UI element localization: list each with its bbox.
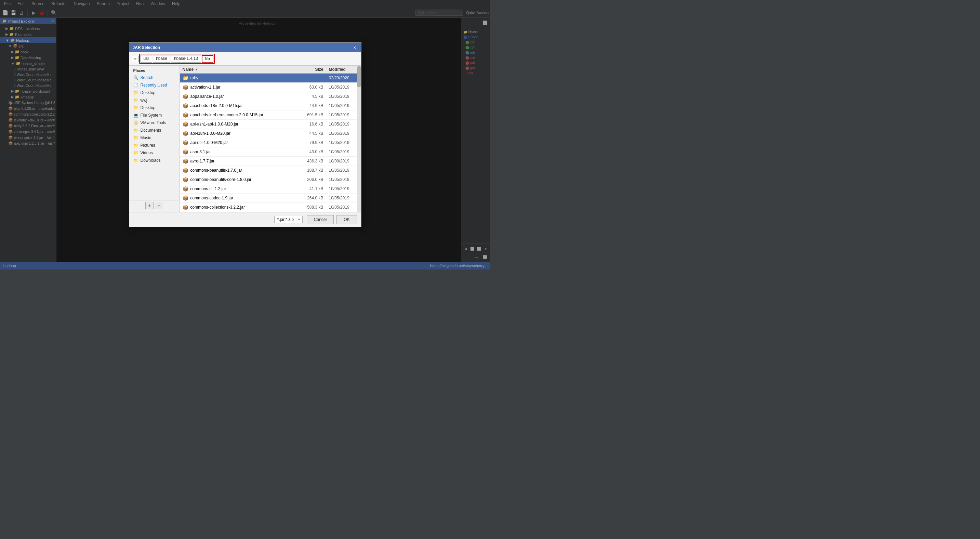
jar-icon: 📦 [183,168,188,173]
files-scrollbar[interactable] [357,66,361,212]
scroll-thumb[interactable] [357,66,361,87]
file-row-commons-codec[interactable]: 📦 commons-codec-1.9.jar 264.0 kB 10/05/2… [180,194,357,203]
folder-icon: 📁 [134,158,138,163]
file-size: 691.5 kB [299,112,326,118]
jar-icon: 📦 [183,149,188,154]
name-column-header[interactable]: Name ▼ [180,66,299,73]
file-size: 79.9 kB [299,140,326,146]
file-name: apacheds-i18n-2.0.0-M15.jar [191,103,243,108]
place-documents[interactable]: 📁 Documents [129,127,180,134]
file-row-aopalliance[interactable]: 📦 aopalliance-1.0.jar 4.5 kB 10/05/2019 [180,92,357,101]
file-row-avro[interactable]: 📦 avro-1.7.7.jar 436.3 kB 10/09/2019 [180,157,357,166]
file-row-api-i18n[interactable]: 📦 api-i18n-1.0.0-M20.jar 44.5 kB 10/05/2… [180,129,357,138]
place-vmware-tools[interactable]: 📀 VMware Tools [129,119,180,127]
place-desktop-2[interactable]: 📁 Desktop [129,104,180,111]
ok-button[interactable]: OK [336,215,356,224]
folder-icon: 📁 [134,105,138,110]
place-videos[interactable]: 📁 Videos [129,149,180,157]
dialog-overlay: JAR Selection × ✏ usr hbase hbase-1.4.13… [0,0,490,269]
file-row-commons-collections[interactable]: 📦 commons-collections-3.2.2.jar 588.3 kB… [180,203,357,212]
place-file-system[interactable]: 💻 File System [129,111,180,119]
files-header: Name ▼ Size Modified [180,66,357,73]
file-name: api-i18n-1.0.0-M20.jar [191,131,231,136]
breadcrumb-bar: ✏ usr hbase hbase-1.4.13 lib [129,52,361,66]
file-row-apacheds-kerberos[interactable]: 📦 apacheds-kerberos-codec-2.0.0-M15.jar … [180,110,357,120]
places-remove-button[interactable]: − [155,202,163,209]
file-modified: 02/23/2020 [326,75,357,81]
jar-icon: 📦 [183,205,188,210]
name-col-label: Name [183,67,194,72]
dialog-titlebar: JAR Selection × [129,43,361,52]
file-row-commons-beanutils[interactable]: 📦 commons-beanutils-1.7.0.jar 188.7 kB 1… [180,166,357,175]
file-row-commons-beanutils-core[interactable]: 📦 commons-beanutils-core-1.8.0.jar 206.0… [180,175,357,184]
files-list: 📁 ruby 02/23/2020 📦 activation-1.1.jar [180,73,357,212]
file-modified: 10/05/2019 [326,176,357,183]
place-search[interactable]: 🔍 Search [129,74,180,81]
jar-icon: 📦 [183,121,188,127]
file-size: 588.3 kB [299,204,326,210]
modified-col-label: Modified [329,67,346,72]
disc-icon: 📀 [134,120,138,125]
breadcrumb-hbase[interactable]: hbase [153,55,170,63]
file-size: 43.0 kB [299,149,326,155]
file-size: 264.0 kB [299,195,326,201]
file-row-activation[interactable]: 📦 activation-1.1.jar 63.0 kB 10/05/2019 [180,83,357,92]
size-column-header[interactable]: Size [299,66,326,73]
file-row-api-util[interactable]: 📦 api-util-1.0.0-M20.jar 79.9 kB 10/05/2… [180,138,357,148]
place-desktop-1[interactable]: 📁 Desktop [129,89,180,97]
file-row-commons-cli[interactable]: 📦 commons-cli-1.2.jar 41.1 kB 10/05/2019 [180,184,357,194]
place-label: Desktop [140,105,156,110]
places-header: Places [129,67,180,74]
place-label: Videos [140,151,153,155]
file-name: asm-3.1.jar [191,149,211,154]
place-label: Search [140,75,154,80]
jar-icon: 📦 [183,103,188,108]
breadcrumb-path: usr hbase hbase-1.4.13 lib [139,54,215,64]
dialog-close-button[interactable]: × [352,45,357,50]
filter-wrapper: *.jar;*.zip *.jar *.zip *.* [274,216,302,223]
place-wwj[interactable]: 📁 wwj [129,97,180,104]
file-name: apacheds-kerberos-codec-2.0.0-M15.jar [191,113,263,117]
jar-icon: 📦 [183,186,188,192]
files-panel: Name ▼ Size Modified [180,66,357,212]
place-downloads[interactable]: 📁 Downloads [129,157,180,164]
search-icon: 🔍 [134,75,138,80]
file-size: 436.3 kB [299,158,326,164]
jar-icon: 📦 [183,130,188,136]
folder-icon: 📁 [183,75,188,81]
breadcrumb-hbase-version[interactable]: hbase-1.4.13 [171,55,201,63]
sort-arrow-icon: ▼ [195,68,198,71]
place-recently-used[interactable]: 🕐 Recently Used [129,81,180,89]
places-add-button[interactable]: + [145,202,154,209]
file-name: ruby [191,76,198,80]
cancel-button[interactable]: Cancel [307,215,334,224]
places-panel: Places 🔍 Search 🕐 Recently Used 📁 Deskto… [129,66,180,212]
file-modified: 10/05/2019 [326,93,357,100]
file-row-ruby[interactable]: 📁 ruby 02/23/2020 [180,73,357,83]
folder-icon: 📁 [134,135,138,140]
file-size: 63.0 kB [299,84,326,90]
jar-icon: 📦 [183,84,188,90]
place-music[interactable]: 📁 Music [129,134,180,142]
file-name: commons-beanutils-core-1.8.0.jar [191,177,252,182]
file-modified: 10/09/2019 [326,158,357,164]
place-label: File System [140,113,162,118]
filter-dropdown[interactable]: *.jar;*.zip *.jar *.zip *.* [274,216,302,223]
size-col-label: Size [315,67,323,72]
file-modified: 10/05/2019 [326,186,357,192]
file-row-apacheds-i18n[interactable]: 📦 apacheds-i18n-2.0.0-M15.jar 44.9 kB 10… [180,101,357,110]
breadcrumb-usr[interactable]: usr [140,55,153,63]
file-modified: 10/05/2019 [326,195,357,201]
jar-icon: 📦 [183,94,188,99]
folder-icon: 📁 [134,151,138,155]
file-name: activation-1.1.jar [191,85,221,90]
file-row-api-asn1[interactable]: 📦 api-asn1-api-1.0.0-M20.jar 16.6 kB 10/… [180,120,357,129]
modified-column-header[interactable]: Modified [326,66,357,73]
file-size: 44.5 kB [299,130,326,137]
breadcrumb-lib[interactable]: lib [202,55,213,63]
breadcrumb-edit-button[interactable]: ✏ [132,56,138,62]
file-modified: 10/05/2019 [326,103,357,109]
file-row-asm[interactable]: 📦 asm-3.1.jar 43.0 kB 10/05/2019 [180,148,357,157]
place-pictures[interactable]: 📁 Pictures [129,142,180,149]
jar-icon: 📦 [183,140,188,145]
